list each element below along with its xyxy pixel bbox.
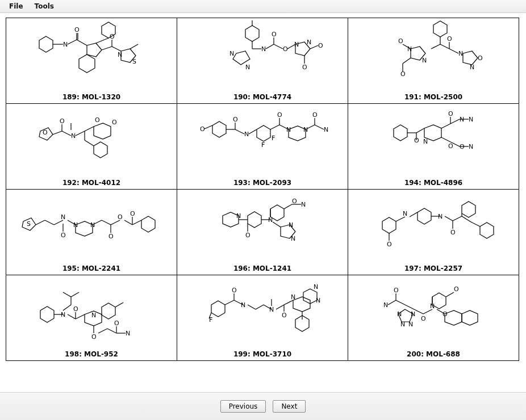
svg-marker-146 [248, 212, 261, 228]
svg-line-228 [388, 300, 396, 305]
svg-marker-178 [480, 222, 494, 238]
svg-marker-100 [394, 125, 407, 141]
svg-line-10 [96, 38, 108, 43]
molecule-cell[interactable]: O O N O O [6, 104, 177, 190]
svg-marker-0 [39, 36, 53, 52]
molecule-cell[interactable]: N O N O N [177, 190, 348, 275]
svg-text:O: O [400, 70, 406, 78]
svg-text:N: N [61, 213, 65, 221]
svg-marker-167 [418, 208, 431, 224]
svg-text:O: O [302, 64, 307, 71]
svg-text:N: N [229, 50, 234, 57]
svg-line-231 [396, 300, 405, 305]
svg-text:F: F [272, 135, 275, 142]
svg-line-185 [71, 292, 79, 297]
svg-text:O: O [114, 320, 119, 327]
svg-text:N: N [91, 312, 96, 319]
molecule-structure-icon: N N N O O N N O [177, 19, 348, 92]
molecule-structure-icon: N N O O O N O N [348, 19, 519, 92]
molecule-cell[interactable]: N N N O O N N O [177, 18, 348, 104]
svg-text:N: N [291, 235, 295, 242]
svg-line-123 [45, 220, 54, 225]
svg-line-62 [53, 131, 62, 135]
svg-text:N: N [469, 116, 473, 123]
svg-text:N: N [423, 138, 428, 145]
molecule-cell[interactable]: N O N O [6, 275, 177, 361]
svg-line-31 [274, 44, 283, 49]
svg-line-69 [85, 127, 94, 131]
svg-text:N: N [438, 213, 442, 220]
svg-text:O: O [200, 125, 205, 133]
svg-marker-174 [462, 201, 475, 217]
molecule-cell[interactable]: N N O O O N O N [348, 18, 519, 104]
svg-line-197 [98, 329, 107, 333]
molecule-cell[interactable]: N O N N N N O N [348, 275, 519, 361]
svg-text:O: O [130, 210, 135, 217]
molecule-structure-icon: S N O N N O [6, 191, 177, 263]
svg-text:N: N [73, 221, 78, 229]
molecule-cell[interactable]: N O O N S [6, 18, 177, 104]
svg-line-14 [112, 47, 121, 51]
svg-line-109 [450, 119, 460, 124]
molecule-label: 200: MOL-688 [348, 349, 519, 360]
svg-text:N: N [422, 57, 427, 64]
svg-text:O: O [43, 129, 48, 136]
molecule-label: 195: MOL-2241 [6, 263, 177, 275]
molecule-cell[interactable]: O O N N O N O [348, 104, 519, 190]
svg-line-198 [107, 329, 116, 333]
svg-marker-8 [87, 43, 102, 57]
svg-text:N: N [458, 50, 463, 57]
svg-line-55 [449, 49, 458, 53]
molecule-cell[interactable]: O O N F F O [177, 104, 348, 190]
svg-text:S: S [132, 58, 136, 65]
svg-text:O: O [112, 119, 117, 126]
next-button[interactable]: Next [273, 400, 306, 413]
molecule-structure-icon: O N N O [348, 191, 519, 263]
svg-text:O: O [312, 111, 318, 119]
svg-text:N: N [286, 126, 291, 133]
svg-line-182 [63, 305, 71, 310]
svg-text:O: O [73, 305, 78, 313]
svg-text:O: O [478, 54, 483, 62]
svg-line-74 [85, 140, 94, 146]
svg-line-113 [441, 137, 450, 142]
previous-button[interactable]: Previous [220, 400, 266, 413]
svg-line-77 [204, 125, 212, 129]
svg-line-133 [102, 220, 111, 225]
menu-tools[interactable]: Tools [29, 1, 60, 11]
molecule-structure-icon: O O N O O [6, 105, 177, 178]
svg-text:N: N [408, 321, 413, 328]
svg-text:N: N [403, 210, 407, 217]
svg-text:N: N [126, 330, 130, 337]
molecule-structure-icon: O O N N O N O [348, 105, 519, 178]
svg-text:N: N [261, 45, 266, 53]
svg-text:O: O [282, 312, 287, 319]
menu-file[interactable]: File [3, 1, 29, 11]
svg-marker-142 [141, 216, 155, 232]
svg-text:O: O [233, 116, 238, 123]
footer-bar: Previous Next [0, 392, 526, 420]
molecule-cell[interactable]: O N N O [348, 190, 519, 275]
molecule-cell[interactable]: F O N N O [177, 275, 348, 361]
svg-line-84 [249, 129, 257, 134]
svg-text:N: N [397, 310, 402, 318]
svg-marker-192 [102, 303, 115, 319]
svg-line-173 [453, 216, 462, 221]
svg-marker-179 [40, 306, 54, 322]
molecule-structure-icon: N O N N N N O N [348, 276, 519, 349]
svg-line-240 [423, 309, 432, 314]
molecule-structure-icon: N O O N S [6, 19, 177, 92]
svg-text:N: N [301, 201, 306, 208]
svg-text:N: N [245, 64, 250, 71]
svg-marker-41 [433, 21, 447, 37]
svg-text:N: N [236, 212, 241, 220]
svg-line-98 [315, 125, 324, 129]
svg-text:O: O [91, 333, 97, 341]
molecule-cell[interactable]: S N O N N O [6, 190, 177, 275]
svg-text:N: N [314, 283, 318, 291]
svg-line-68 [76, 131, 85, 136]
svg-text:N: N [411, 310, 415, 318]
svg-line-28 [266, 44, 274, 49]
svg-line-136 [111, 220, 120, 225]
svg-line-238 [414, 309, 423, 314]
